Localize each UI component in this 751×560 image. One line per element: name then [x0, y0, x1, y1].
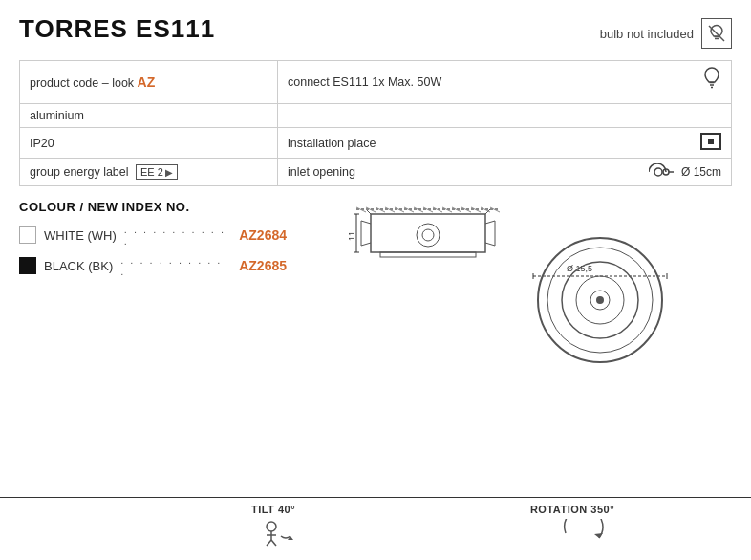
svg-point-36 — [417, 224, 440, 247]
svg-marker-54 — [594, 533, 603, 538]
installation-icon — [700, 133, 721, 153]
rotation-icon — [561, 519, 609, 548]
installation-cell: installation place — [278, 128, 732, 159]
inlet-content: inlet opening Ø 15cm — [288, 163, 721, 181]
bulb-not-included-icon — [701, 18, 732, 49]
svg-point-37 — [422, 229, 434, 241]
table-row-ip: IP20 installation place — [20, 128, 732, 159]
svg-text:11: 11 — [347, 231, 356, 241]
colour-item-black: BLACK (BK) . . . . . . . . . . . . AZ268… — [19, 254, 287, 277]
colour-item-white: WHITE (WH) . . . . . . . . . . . . AZ268… — [19, 224, 287, 247]
svg-point-48 — [267, 522, 276, 531]
tilt-icon-group — [257, 519, 314, 550]
material-cell: aluminium — [20, 104, 278, 128]
tilt-icon — [257, 519, 314, 548]
product-code-cell: product code – look AZ — [20, 61, 278, 104]
inlet-diameter-label: Ø 15cm — [681, 165, 721, 179]
inlet-cell: inlet opening Ø 15cm — [278, 159, 732, 186]
svg-point-11 — [654, 168, 662, 176]
energy-arrow-icon: ▶ — [165, 167, 173, 178]
colour-diagrams-section: COLOUR / NEW INDEX NO. WHITE (WH) . . . … — [19, 200, 732, 367]
rotation-icon-group — [561, 519, 609, 550]
svg-point-46 — [596, 296, 604, 304]
tilt-label: TILT 40° — [251, 504, 295, 515]
white-name: WHITE (WH) — [44, 228, 117, 243]
header: TORRES ES111 bulb not included — [19, 14, 732, 49]
table-row-material: aluminium — [20, 104, 732, 128]
bulb-notice-text: bulb not included — [600, 27, 694, 41]
diagrams-area: 11 — [296, 200, 732, 367]
energy-label: group energy label — [30, 165, 129, 179]
svg-rect-8 — [708, 139, 714, 144]
svg-line-52 — [271, 540, 276, 546]
ip-label: IP20 — [30, 137, 54, 150]
inlet-icon-area: Ø 15cm — [649, 163, 721, 181]
bulb-notice-area: bulb not included — [600, 18, 732, 49]
black-code: AZ2685 — [239, 258, 287, 273]
inlet-label: inlet opening — [288, 165, 355, 179]
top-diagram-container: Ø 15,5 — [519, 200, 681, 367]
black-name: BLACK (BK) — [44, 259, 113, 273]
connect-label: connect ES111 1x Max. 50W — [288, 75, 441, 89]
connect-content: connect ES111 1x Max. 50W — [288, 66, 721, 98]
specs-table: product code – look AZ connect ES111 1x … — [19, 60, 732, 186]
lamp-icon — [702, 66, 721, 98]
tilt-rotation-icons — [19, 519, 732, 550]
white-dots: . . . . . . . . . . . . — [124, 224, 231, 247]
product-title: TORRES ES111 — [19, 14, 215, 44]
colour-section: COLOUR / NEW INDEX NO. WHITE (WH) . . . … — [19, 200, 287, 367]
product-code-label: product code – look — [30, 76, 134, 90]
colour-heading: COLOUR / NEW INDEX NO. — [19, 200, 287, 214]
side-diagram-svg: 11 — [347, 200, 500, 295]
white-swatch — [19, 226, 36, 244]
side-diagram-container: 11 — [347, 200, 500, 295]
connect-cell: connect ES111 1x Max. 50W — [278, 61, 732, 104]
table-row-energy: group energy label EE 2 ▶ inlet opening — [20, 159, 732, 186]
product-code-az: AZ — [138, 75, 156, 90]
tilt-section: TILT 40° ROTATION 350° — [0, 497, 751, 560]
white-code: AZ2684 — [239, 227, 287, 243]
material-right-cell — [278, 104, 732, 128]
installation-content: installation place — [288, 133, 721, 153]
ip-cell: IP20 — [20, 128, 278, 159]
energy-badge-text: EE 2 — [140, 166, 163, 178]
tilt-rotation-labels: TILT 40° ROTATION 350° — [19, 504, 732, 515]
black-dots: . . . . . . . . . . . . — [120, 254, 231, 277]
top-diagram-svg: Ø 15,5 — [519, 200, 681, 367]
installation-label: installation place — [288, 137, 376, 150]
rotation-label: ROTATION 350° — [530, 504, 614, 515]
energy-cell: group energy label EE 2 ▶ — [20, 159, 278, 186]
table-row-product-code: product code – look AZ connect ES111 1x … — [20, 61, 732, 104]
svg-line-51 — [267, 540, 271, 546]
energy-badge: EE 2 ▶ — [136, 164, 178, 180]
page: TORRES ES111 bulb not included product c… — [0, 0, 751, 560]
black-swatch — [19, 257, 36, 274]
material-label: aluminium — [30, 109, 84, 122]
